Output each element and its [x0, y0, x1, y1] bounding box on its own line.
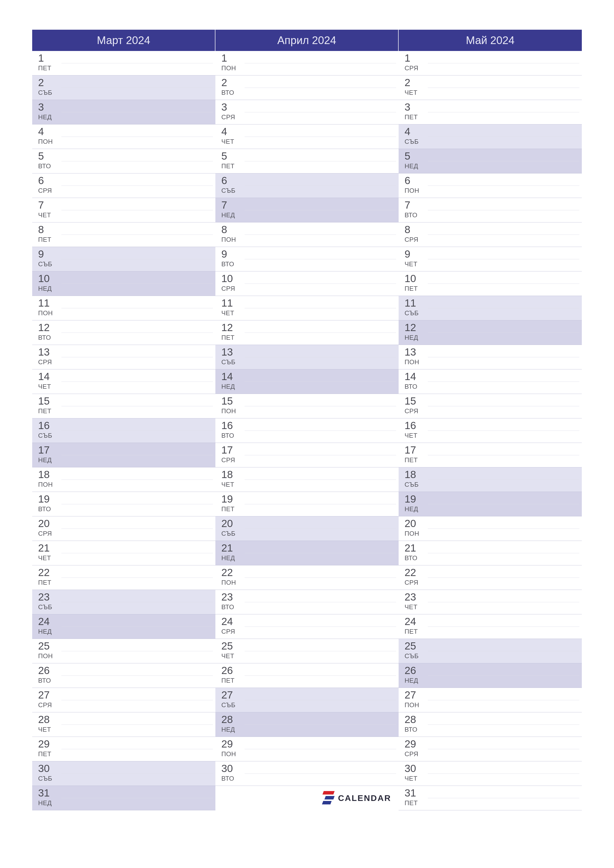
day-cell: 9ЧЕТ: [399, 247, 582, 271]
day-cell: 3СРЯ: [215, 100, 399, 124]
day-cell: 27ПОН: [399, 688, 582, 712]
note-line: [428, 357, 579, 357]
day-cell: 31НЕД: [32, 786, 215, 811]
note-line: [428, 529, 579, 529]
day-name: ЧЕТ: [38, 383, 210, 391]
day-name: ПЕТ: [38, 750, 210, 758]
day-name: ВТО: [404, 211, 577, 219]
day-name: ПЕТ: [221, 677, 394, 684]
day-name: НЕД: [404, 505, 577, 513]
day-name: ЧЕТ: [404, 432, 577, 439]
day-cell: 3ПЕТ: [399, 100, 582, 124]
day-number: 26: [38, 665, 210, 676]
day-name: ПЕТ: [221, 334, 394, 341]
day-number: 20: [38, 518, 210, 529]
day-name: ПОН: [38, 652, 210, 660]
day-number: 3: [221, 102, 394, 112]
day-cell: 19ПЕТ: [215, 492, 399, 516]
day-name: СРЯ: [221, 285, 394, 293]
month-column: Март 20241ПЕТ2СЪБ3НЕД4ПОН5ВТО6СРЯ7ЧЕТ8ПЕ…: [32, 30, 215, 811]
day-number: 14: [404, 371, 577, 382]
day-cell: 13ПОН: [399, 345, 582, 369]
day-number: 15: [38, 396, 210, 406]
note-line: [428, 651, 579, 651]
day-name: ПОН: [404, 358, 577, 366]
note-line: [61, 161, 213, 161]
note-line: [245, 112, 396, 112]
day-name: ПОН: [38, 309, 210, 317]
month-column: Април 20241ПОН2ВТО3СРЯ4ЧЕТ5ПЕТ6СЪБ7НЕД8П…: [215, 30, 399, 811]
day-cell: 20СРЯ: [32, 516, 215, 541]
day-name: НЕД: [38, 799, 210, 807]
note-line: [428, 749, 579, 749]
day-number: 8: [221, 225, 394, 235]
day-number: 8: [38, 225, 210, 235]
day-number: 16: [404, 420, 577, 431]
day-cell: 29ПОН: [215, 737, 399, 761]
note-line: [61, 626, 213, 627]
note-line: [61, 63, 213, 64]
day-cell: 12ВТО: [32, 321, 215, 345]
day-cell: 21ЧЕТ: [32, 541, 215, 566]
day-number: 20: [221, 518, 394, 529]
note-line: [428, 136, 579, 137]
day-number: 17: [404, 445, 577, 455]
day-cell: 16ВТО: [215, 418, 399, 443]
month-column: Май 20241СРЯ2ЧЕТ3ПЕТ4СЪБ5НЕД6ПОН7ВТО8СРЯ…: [399, 30, 582, 811]
note-line: [245, 284, 396, 284]
day-cell: 29ПЕТ: [32, 737, 215, 761]
day-cell: 23ВТО: [215, 590, 399, 614]
day-name: СРЯ: [221, 113, 394, 121]
day-name: СЪБ: [221, 358, 394, 366]
day-name: ВТО: [404, 383, 577, 391]
day-cell: 10ПЕТ: [399, 271, 582, 296]
day-number: 6: [221, 175, 394, 186]
day-name: ВТО: [404, 554, 577, 562]
note-line: [245, 357, 396, 357]
note-line: [61, 406, 213, 406]
note-line: [428, 234, 579, 235]
day-number: 22: [221, 567, 394, 578]
note-line: [61, 112, 213, 112]
day-name: СЪБ: [38, 603, 210, 611]
day-number: 3: [38, 102, 210, 112]
calendar-grid: Март 20241ПЕТ2СЪБ3НЕД4ПОН5ВТО6СРЯ7ЧЕТ8ПЕ…: [32, 30, 582, 811]
day-cell: 23ЧЕТ: [399, 590, 582, 614]
note-line: [245, 504, 396, 504]
day-number: 16: [221, 420, 394, 431]
day-number: 27: [404, 690, 577, 700]
day-number: 11: [404, 298, 577, 308]
day-number: 9: [221, 249, 394, 259]
day-cell: 4ЧЕТ: [215, 124, 399, 149]
day-name: ПЕТ: [404, 456, 577, 464]
day-number: 15: [221, 396, 394, 406]
month-header: Април 2024: [215, 30, 399, 51]
day-number: 5: [38, 151, 210, 161]
day-name: ПЕТ: [404, 628, 577, 636]
day-number: 29: [221, 739, 394, 749]
note-line: [245, 406, 396, 406]
note-line: [61, 136, 213, 137]
day-cell: 2ВТО: [215, 76, 399, 100]
day-name: СРЯ: [404, 750, 577, 758]
day-name: ВТО: [221, 89, 394, 96]
day-cell: 17ПЕТ: [399, 443, 582, 467]
day-number: 18: [404, 470, 577, 480]
day-name: ЧЕТ: [38, 211, 210, 219]
day-cell: 6СРЯ: [32, 174, 215, 198]
day-cell: 8ПОН: [215, 222, 399, 247]
note-line: [61, 749, 213, 749]
day-cell: 18ЧЕТ: [215, 467, 399, 492]
day-cell: 9ВТО: [215, 247, 399, 271]
day-cell: 7ВТО: [399, 198, 582, 222]
day-name: ПЕТ: [221, 162, 394, 170]
note-line: [245, 479, 396, 480]
day-name: ЧЕТ: [404, 775, 577, 783]
note-line: [61, 602, 213, 602]
day-number: 26: [404, 665, 577, 676]
day-number: 8: [404, 225, 577, 235]
day-number: 9: [38, 249, 210, 259]
day-name: ПЕТ: [38, 64, 210, 72]
day-cell: 7ЧЕТ: [32, 198, 215, 222]
day-cell: 6ПОН: [399, 174, 582, 198]
